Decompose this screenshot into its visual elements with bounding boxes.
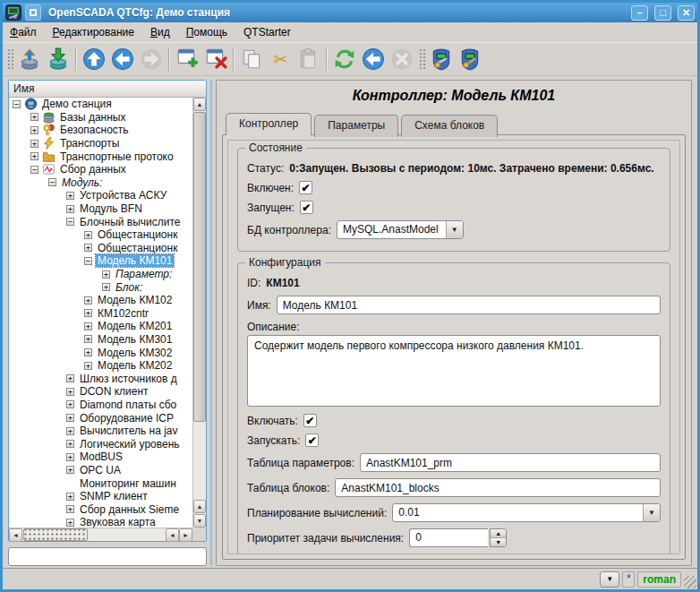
scroll-right-icon[interactable]: ►: [179, 528, 192, 542]
tree-item[interactable]: −Демо станция: [9, 98, 192, 111]
expand-icon[interactable]: +: [102, 283, 110, 291]
delete-item-icon[interactable]: [201, 45, 230, 73]
tree-column-header[interactable]: Имя: [9, 81, 206, 98]
tree-item[interactable]: +OPC UA: [9, 464, 192, 477]
expand-icon[interactable]: +: [66, 466, 74, 474]
tree-item[interactable]: +Модель КМ302: [9, 346, 192, 359]
close-button[interactable]: ✕: [678, 5, 695, 21]
iterations-spinbox[interactable]: 1 ▲▼: [466, 553, 564, 554]
scroll-up-icon[interactable]: ▲: [193, 98, 206, 111]
tree-item[interactable]: Мониторинг машин: [9, 476, 192, 490]
expand-icon[interactable]: +: [66, 400, 74, 408]
scroll-up-icon[interactable]: ▲: [193, 500, 206, 513]
vertical-scroll-thumb[interactable]: [193, 112, 206, 422]
tree-item[interactable]: +Безопасность: [9, 124, 192, 137]
tree-item[interactable]: −Модель КМ101: [9, 254, 192, 268]
tree-item[interactable]: +Параметр:: [9, 268, 192, 281]
expand-icon[interactable]: +: [66, 519, 74, 527]
schedule-combobox[interactable]: 0.01 ▼: [392, 503, 661, 522]
scroll-down-icon[interactable]: ▼: [193, 514, 206, 528]
tree-item[interactable]: −Сбор данных: [9, 163, 192, 176]
tree-filter-input[interactable]: [8, 547, 207, 566]
window-menu-icon[interactable]: [25, 4, 41, 21]
toolbar-handle[interactable]: [418, 47, 425, 71]
menu-item-qtstarter[interactable]: QTStarter: [243, 26, 291, 39]
resize-grip[interactable]: [684, 576, 696, 588]
expand-icon[interactable]: +: [84, 309, 92, 317]
save-to-db-icon[interactable]: [44, 45, 73, 73]
chevron-down-icon[interactable]: ▼: [446, 221, 463, 238]
expand-icon[interactable]: +: [66, 493, 74, 501]
modified-indicator-button[interactable]: *: [622, 571, 635, 588]
to-enable-checkbox[interactable]: [303, 414, 317, 427]
spin-down-icon[interactable]: ▼: [491, 538, 506, 546]
load-from-db-icon[interactable]: [15, 45, 44, 73]
started-checkbox[interactable]: [300, 201, 313, 214]
tree-item[interactable]: +DCON клиент: [9, 385, 192, 399]
menu-item-помощь[interactable]: Помощь: [186, 26, 227, 39]
horizontal-scroll-thumb[interactable]: [23, 528, 88, 541]
expand-icon[interactable]: +: [84, 244, 92, 252]
expand-icon[interactable]: +: [102, 270, 110, 279]
tree-item[interactable]: +Логический уровень: [9, 437, 192, 450]
collapse-icon[interactable]: −: [48, 178, 56, 186]
expand-icon[interactable]: +: [66, 427, 74, 435]
current-user-badge[interactable]: roman: [637, 571, 681, 588]
expand-icon[interactable]: +: [30, 140, 38, 148]
toolbar-handle[interactable]: [6, 47, 13, 71]
tree-item[interactable]: +Устройства АСКУ: [9, 189, 192, 202]
copy-item-icon[interactable]: [237, 45, 266, 73]
blocks-table-input[interactable]: AnastKM101_blocks: [335, 478, 661, 497]
expand-icon[interactable]: +: [84, 335, 92, 343]
expand-icon[interactable]: +: [84, 231, 92, 239]
cut-item-icon[interactable]: ✂: [266, 45, 295, 73]
to-start-checkbox[interactable]: [305, 433, 319, 447]
status-dropdown-button[interactable]: ▼: [600, 571, 619, 588]
expand-icon[interactable]: +: [66, 453, 74, 461]
expand-icon[interactable]: +: [84, 296, 92, 305]
refresh-icon[interactable]: [330, 45, 359, 73]
expand-icon[interactable]: +: [30, 113, 38, 121]
menu-item-редактирование[interactable]: Редактирование: [53, 26, 134, 39]
prm-table-input[interactable]: AnastKM101_prm: [360, 453, 661, 472]
tree-item[interactable]: +Транспортные протоко: [9, 150, 192, 163]
name-input[interactable]: Модель КМ101: [277, 296, 661, 314]
tree-item[interactable]: +Общестанционк: [9, 228, 192, 242]
tree-item[interactable]: +Звуковая карта: [9, 516, 192, 528]
tab-block-scheme[interactable]: Схема блоков: [401, 115, 498, 137]
minimize-button[interactable]: –: [631, 5, 648, 21]
go-up-icon[interactable]: [80, 45, 108, 73]
expand-icon[interactable]: +: [30, 126, 38, 134]
add-item-icon[interactable]: [173, 45, 201, 73]
tree-item[interactable]: +Транспорты: [9, 137, 192, 150]
qtstarter-runtime-icon[interactable]: [456, 45, 484, 73]
tree-item[interactable]: +Модель КМ301: [9, 333, 192, 347]
tree-vertical-scrollbar[interactable]: ▲ ▲ ▼: [192, 98, 206, 528]
controller-db-combobox[interactable]: MySQL.AnastModel ▼: [337, 220, 464, 239]
tree-item[interactable]: +Модель КМ201: [9, 320, 192, 333]
maximize-button[interactable]: □: [654, 5, 671, 21]
expand-icon[interactable]: +: [84, 362, 92, 370]
expand-icon[interactable]: +: [66, 440, 74, 448]
expand-icon[interactable]: +: [84, 348, 92, 356]
expand-icon[interactable]: +: [84, 322, 92, 330]
expand-icon[interactable]: +: [66, 374, 74, 382]
tree-horizontal-scrollbar[interactable]: ◄ ◄ ►: [9, 528, 192, 541]
collapse-icon[interactable]: −: [84, 257, 92, 265]
expand-icon[interactable]: +: [66, 192, 74, 200]
tree-item[interactable]: +Базы данных: [9, 111, 192, 124]
tree-item[interactable]: +Вычислитель на jav: [9, 425, 192, 438]
tree-item[interactable]: +Общестанционк: [9, 242, 192, 255]
collapse-icon[interactable]: −: [66, 218, 74, 226]
tree-item[interactable]: +КМ102cntr: [9, 307, 192, 321]
tree-item[interactable]: +Diamond платы сбо: [9, 399, 192, 412]
scroll-left-icon[interactable]: ◄: [9, 528, 22, 542]
enabled-checkbox[interactable]: [299, 181, 312, 194]
scroll-left-icon[interactable]: ◄: [166, 528, 179, 542]
expand-icon[interactable]: +: [66, 505, 74, 513]
tree-item[interactable]: +Оборудование ICP: [9, 411, 192, 425]
tree-item[interactable]: +Модуль BFN: [9, 202, 192, 216]
tree-item[interactable]: +ModBUS: [9, 450, 192, 464]
collapse-icon[interactable]: −: [30, 166, 38, 174]
tree-item[interactable]: +Шлюз источников д: [9, 372, 192, 385]
